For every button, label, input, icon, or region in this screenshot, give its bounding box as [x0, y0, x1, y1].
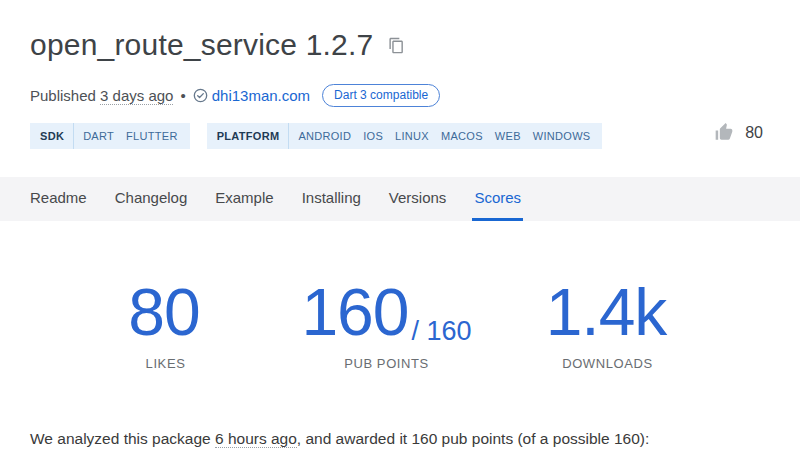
published-time: 3 days ago — [100, 87, 173, 105]
downloads-number: 1.4k — [546, 275, 667, 349]
likes-count: 80 — [745, 124, 763, 142]
sdk-chip: SDK DART FLUTTER — [30, 123, 190, 149]
platform-item-windows[interactable]: WINDOWS — [533, 130, 591, 142]
publisher-link[interactable]: dhi13man.com — [212, 87, 310, 104]
analysis-text-before: We analyzed this package — [30, 430, 215, 447]
pub-points-label: PUB POINTS — [276, 356, 497, 371]
meta-separator: • — [180, 87, 185, 104]
platform-item-linux[interactable]: LINUX — [395, 130, 429, 142]
meta-row: Published 3 days ago • dhi13man.com Dart… — [30, 84, 770, 107]
pub-points-max: / 160 — [412, 318, 472, 345]
analysis-text: We analyzed this package 6 hours ago, an… — [0, 428, 800, 450]
sdk-item-flutter[interactable]: FLUTTER — [126, 130, 178, 142]
likes-value: 80 — [55, 279, 276, 345]
platform-chip-label: PLATFORM — [217, 130, 280, 142]
chip-divider — [288, 123, 289, 149]
copy-icon[interactable] — [388, 37, 405, 54]
platform-chip: PLATFORM ANDROID IOS LINUX MACOS WEB WIN… — [207, 123, 603, 149]
analysis-text-after: , and awarded it 160 pub points (of a po… — [297, 430, 649, 447]
thumb-up-icon[interactable] — [714, 123, 734, 143]
tab-versions[interactable]: Versions — [387, 177, 449, 221]
platform-item-ios[interactable]: IOS — [363, 130, 383, 142]
platform-item-android[interactable]: ANDROID — [298, 130, 351, 142]
likes-number: 80 — [128, 275, 199, 349]
sdk-chip-label: SDK — [40, 130, 64, 142]
downloads-value: 1.4k — [497, 279, 718, 345]
tab-readme[interactable]: Readme — [28, 177, 89, 221]
title-row: open_route_service 1.2.7 — [30, 24, 770, 66]
sdk-item-dart[interactable]: DART — [83, 130, 114, 142]
platform-item-macos[interactable]: MACOS — [441, 130, 483, 142]
published-label: Published — [30, 87, 100, 104]
downloads-label: DOWNLOADS — [497, 356, 718, 371]
chip-divider — [73, 123, 74, 149]
package-page: open_route_service 1.2.7 Published 3 day… — [0, 24, 800, 467]
like-area: 80 — [714, 123, 763, 143]
page-title: open_route_service 1.2.7 — [30, 27, 373, 63]
tab-example[interactable]: Example — [213, 177, 275, 221]
tab-bar: Readme Changelog Example Installing Vers… — [0, 177, 800, 221]
analysis-time: 6 hours ago — [215, 430, 297, 448]
pub-points-score: 160/ 160 PUB POINTS — [276, 279, 497, 371]
downloads-score: 1.4k DOWNLOADS — [497, 279, 718, 371]
platform-item-web[interactable]: WEB — [495, 130, 521, 142]
verified-publisher-icon — [193, 88, 208, 103]
tab-scores[interactable]: Scores — [472, 177, 523, 221]
likes-label: LIKES — [55, 356, 276, 371]
tab-installing[interactable]: Installing — [300, 177, 363, 221]
chips-row: SDK DART FLUTTER PLATFORM ANDROID IOS LI… — [30, 123, 770, 149]
pub-points-number: 160 — [301, 275, 408, 349]
pub-points-value: 160/ 160 — [276, 279, 497, 345]
scores-section: 80 LIKES 160/ 160 PUB POINTS 1.4k DOWNLO… — [0, 221, 800, 371]
tab-changelog[interactable]: Changelog — [113, 177, 190, 221]
dart3-compatible-badge[interactable]: Dart 3 compatible — [322, 84, 440, 107]
likes-score: 80 LIKES — [55, 279, 276, 371]
